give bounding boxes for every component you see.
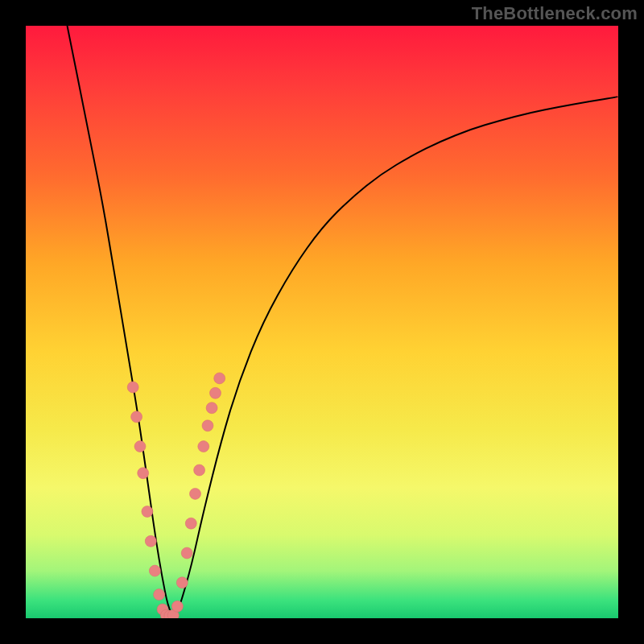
highlight-dot: [198, 441, 209, 452]
bottleneck-curve: [68, 26, 619, 615]
highlight-dots: [127, 373, 225, 618]
watermark-text: TheBottleneck.com: [472, 3, 638, 24]
highlight-dot: [181, 547, 192, 559]
highlight-dot: [185, 518, 196, 529]
highlight-dot: [138, 468, 149, 479]
highlight-dot: [134, 441, 146, 452]
highlight-dot: [210, 387, 221, 398]
highlight-dot: [202, 420, 213, 431]
highlight-dot: [145, 535, 156, 547]
chart-svg: [26, 26, 618, 618]
outer-frame: TheBottleneck.com: [0, 0, 644, 644]
highlight-dot: [127, 382, 138, 393]
highlight-dot: [171, 601, 183, 612]
highlight-dot: [206, 402, 217, 414]
highlight-dot: [142, 506, 153, 518]
highlight-dot: [131, 411, 142, 423]
highlight-dot: [149, 565, 160, 576]
highlight-dot: [190, 488, 201, 499]
highlight-dot: [214, 373, 225, 384]
highlight-dot: [176, 577, 188, 588]
highlight-dot: [194, 464, 205, 476]
highlight-dot: [154, 589, 165, 601]
plot-area: [26, 26, 618, 618]
